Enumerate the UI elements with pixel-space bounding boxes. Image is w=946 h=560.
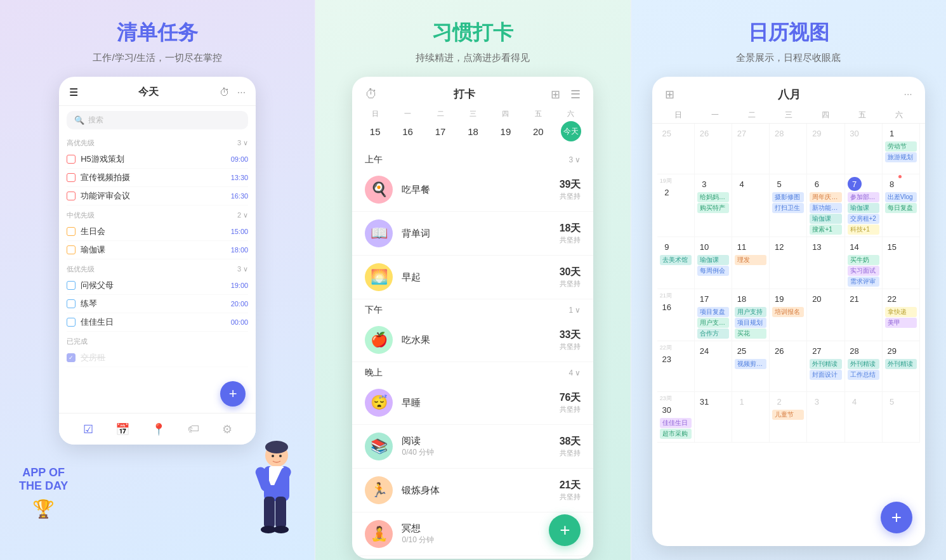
cal-cell[interactable]: 3 给妈妈打电话 购买特产	[695, 174, 732, 237]
cal-cell[interactable]: 28 外刊精读 工作总结	[845, 341, 883, 392]
task-item[interactable]: 宣传视频拍摄 13:30	[67, 169, 248, 187]
timer-icon[interactable]: ⏱	[220, 87, 230, 98]
cal-cell[interactable]: 8 出差Vlog 每日复盘	[883, 174, 920, 237]
task-checkbox[interactable]	[67, 155, 76, 164]
nav-tag-icon[interactable]: 🏷	[188, 422, 199, 436]
cal-cell[interactable]: 11 理发	[732, 237, 770, 289]
cal-more-icon[interactable]: ···	[903, 89, 912, 100]
cal-date: 23	[660, 352, 674, 366]
cal-cell[interactable]: 21	[845, 289, 883, 341]
task-checkbox[interactable]	[67, 245, 76, 254]
cal-cell[interactable]: 7 参加部门会 瑜伽课 交房租+2 科技+1	[845, 174, 883, 237]
task-item[interactable]: 瑜伽课 18:00	[67, 241, 248, 259]
cal-cell[interactable]: 24	[695, 341, 732, 392]
cal-cell[interactable]: 19周 2	[657, 174, 695, 237]
cal-cell[interactable]: 5	[883, 392, 920, 443]
nav-tasks-icon[interactable]: ☑	[83, 422, 93, 436]
cal-cell[interactable]: 15	[883, 237, 920, 289]
habit-item-earlyrise[interactable]: 🌅 早起 30天 共坚持	[352, 256, 593, 299]
task-item[interactable]: 练琴 20:00	[67, 295, 248, 313]
task-checkbox-checked[interactable]: ✓	[67, 353, 76, 362]
add-task-button[interactable]: +	[220, 381, 246, 407]
task-checkbox[interactable]	[67, 192, 76, 200]
cal-event: 项目规划	[735, 318, 766, 328]
cal-cell[interactable]: 28	[770, 124, 807, 174]
nav-settings-icon[interactable]: ⚙	[222, 422, 232, 436]
center-panel: 习惯打卡 持续精进，点滴进步看得见 ⏱ 打卡 ⊞ ☰ 日 15 一 16 二 1…	[315, 0, 630, 560]
day-num[interactable]: 15	[365, 121, 385, 141]
cal-date: 5	[885, 394, 899, 408]
cal-cell[interactable]: 22周 23	[657, 341, 695, 392]
more-icon[interactable]: ···	[237, 87, 246, 98]
day-num[interactable]: 17	[430, 121, 450, 141]
day-num[interactable]: 19	[496, 121, 516, 141]
cal-cell[interactable]: 6 周年庆活动 新功能需求 瑜伽课 搜索+1	[807, 174, 844, 237]
cal-cell[interactable]: 29	[807, 124, 844, 174]
cal-cell[interactable]: 26	[695, 124, 732, 174]
cal-cell[interactable]: 5 摄影修图 打扫卫生	[770, 174, 807, 237]
habit-name: 吃水果	[402, 334, 559, 346]
habit-item-sleep[interactable]: 😴 早睡 76天 共坚持	[352, 381, 593, 425]
habit-item-reading[interactable]: 📚 阅读 0/40 分钟 38天 共坚持	[352, 425, 593, 469]
task-item[interactable]: 问候父母 19:00	[67, 277, 248, 295]
menu-icon[interactable]: ☰	[69, 86, 78, 98]
grid-icon[interactable]: ⊞	[665, 88, 674, 101]
cal-cell[interactable]: 3	[807, 392, 844, 443]
cal-cell[interactable]: 22 拿快递 美甲	[883, 289, 920, 341]
cal-cell[interactable]: 4	[845, 392, 883, 443]
habit-item-fruit[interactable]: 🍎 吃水果 33天 共坚持	[352, 318, 593, 362]
cal-cell[interactable]: 13	[807, 237, 844, 289]
nav-location-icon[interactable]: 📍	[152, 422, 166, 436]
week-days: 日 15 一 16 二 17 三 18 四 19 五 20	[352, 109, 593, 149]
cal-cell[interactable]: 23周 30 佳佳生日 超市采购	[657, 392, 695, 443]
cal-cell[interactable]: 21周 16	[657, 289, 695, 341]
cal-cell[interactable]: 25 视频剪辑+后期制作	[732, 341, 770, 392]
search-bar[interactable]: 🔍 搜索	[67, 111, 248, 129]
exercise-icon: 🏃	[365, 476, 393, 504]
cal-cell[interactable]: 4	[732, 174, 770, 237]
cal-cell[interactable]: 9 去美术馆	[657, 237, 695, 289]
cal-cell[interactable]: 26	[770, 341, 807, 392]
cal-cell[interactable]: 19 培训报名	[770, 289, 807, 341]
day-num-today[interactable]: 今天	[561, 121, 581, 141]
cal-cell[interactable]: 12	[770, 237, 807, 289]
task-item[interactable]: 生日会 15:00	[67, 223, 248, 241]
cal-cell[interactable]: 30	[845, 124, 883, 174]
task-item[interactable]: H5游戏策划 09:00	[67, 150, 248, 169]
cal-cell[interactable]: 1 劳动节 旅游规划	[883, 124, 920, 174]
cal-cell[interactable]: 14 买牛奶 实习面试 需求评审	[845, 237, 883, 289]
cal-cell[interactable]: 27	[732, 124, 770, 174]
task-checkbox[interactable]	[67, 173, 76, 182]
task-item[interactable]: ✓ 交房租	[67, 349, 248, 367]
cal-cell[interactable]: 18 用户支持 项目规划 买花	[732, 289, 770, 341]
cal-date: 19	[772, 292, 786, 306]
cal-cell[interactable]: 29 外刊精读	[883, 341, 920, 392]
list-icon[interactable]: ☰	[570, 88, 581, 101]
day-num[interactable]: 18	[463, 121, 483, 141]
task-checkbox[interactable]	[67, 281, 76, 290]
right-title: 日历视图	[748, 19, 829, 47]
cal-cell[interactable]: 20	[807, 289, 844, 341]
day-num[interactable]: 20	[528, 121, 548, 141]
nav-calendar-icon[interactable]: 📅	[115, 422, 129, 436]
task-item[interactable]: 功能评审会议 16:30	[67, 187, 248, 205]
cal-cell[interactable]: 1	[732, 392, 770, 443]
cal-cell[interactable]: 17 项目复盘 用户支持·kol 合作方	[695, 289, 732, 341]
cal-cell[interactable]: 31	[695, 392, 732, 443]
task-checkbox[interactable]	[67, 227, 76, 236]
day-col-sun: 日 15	[360, 109, 390, 141]
add-event-button[interactable]: +	[881, 502, 912, 533]
day-num[interactable]: 16	[398, 121, 418, 141]
cal-cell[interactable]: 27 外刊精读 封面设计	[807, 341, 844, 392]
habit-item-breakfast[interactable]: 🍳 吃早餐 39天 共坚持	[352, 168, 593, 212]
cal-cell[interactable]: 2 儿童节	[770, 392, 807, 443]
habit-item-exercise[interactable]: 🏃 锻炼身体 21天 共坚持	[352, 469, 593, 512]
cal-cell[interactable]: 25	[657, 124, 695, 174]
habit-item-vocab[interactable]: 📖 背单词 18天 共坚持	[352, 212, 593, 256]
weekday-label: 三	[470, 109, 476, 119]
layout-icon[interactable]: ⊞	[551, 88, 560, 101]
task-checkbox[interactable]	[67, 299, 76, 308]
task-checkbox[interactable]	[67, 318, 76, 327]
task-item[interactable]: 佳佳生日 00:00	[67, 313, 248, 332]
cal-cell[interactable]: 10 瑜伽课 每周例会	[695, 237, 732, 289]
